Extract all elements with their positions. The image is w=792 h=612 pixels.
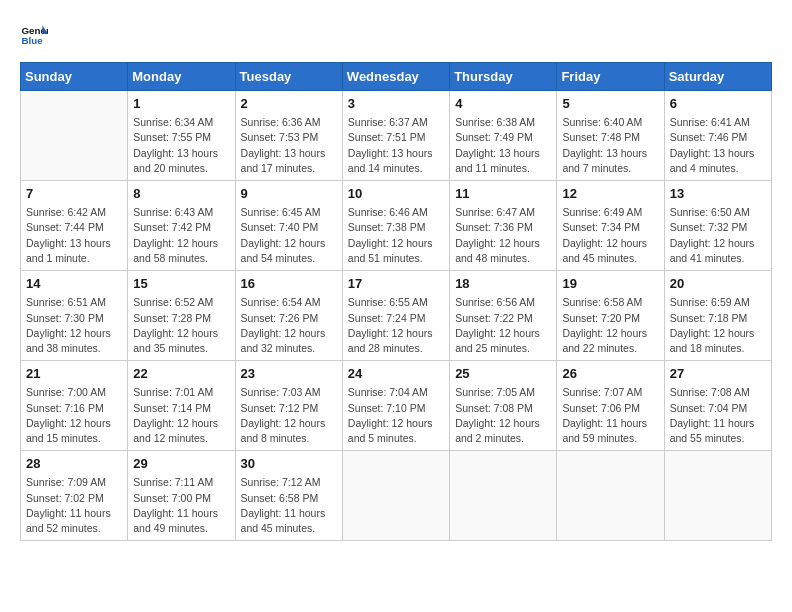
- calendar-cell: 24Sunrise: 7:04 AMSunset: 7:10 PMDayligh…: [342, 361, 449, 451]
- calendar-cell: [21, 91, 128, 181]
- calendar-header-row: SundayMondayTuesdayWednesdayThursdayFrid…: [21, 63, 772, 91]
- calendar-cell: 5Sunrise: 6:40 AMSunset: 7:48 PMDaylight…: [557, 91, 664, 181]
- day-info: Sunrise: 7:11 AMSunset: 7:00 PMDaylight:…: [133, 475, 229, 536]
- day-info: Sunrise: 6:41 AMSunset: 7:46 PMDaylight:…: [670, 115, 766, 176]
- calendar-cell: 7Sunrise: 6:42 AMSunset: 7:44 PMDaylight…: [21, 181, 128, 271]
- calendar-cell: 10Sunrise: 6:46 AMSunset: 7:38 PMDayligh…: [342, 181, 449, 271]
- calendar-cell: 13Sunrise: 6:50 AMSunset: 7:32 PMDayligh…: [664, 181, 771, 271]
- day-number: 19: [562, 275, 658, 293]
- day-number: 16: [241, 275, 337, 293]
- calendar-cell: 6Sunrise: 6:41 AMSunset: 7:46 PMDaylight…: [664, 91, 771, 181]
- calendar-cell: 29Sunrise: 7:11 AMSunset: 7:00 PMDayligh…: [128, 451, 235, 541]
- calendar-cell: 27Sunrise: 7:08 AMSunset: 7:04 PMDayligh…: [664, 361, 771, 451]
- day-info: Sunrise: 7:12 AMSunset: 6:58 PMDaylight:…: [241, 475, 337, 536]
- calendar-cell: 9Sunrise: 6:45 AMSunset: 7:40 PMDaylight…: [235, 181, 342, 271]
- day-number: 21: [26, 365, 122, 383]
- calendar-cell: 14Sunrise: 6:51 AMSunset: 7:30 PMDayligh…: [21, 271, 128, 361]
- header-saturday: Saturday: [664, 63, 771, 91]
- day-number: 12: [562, 185, 658, 203]
- calendar-cell: 8Sunrise: 6:43 AMSunset: 7:42 PMDaylight…: [128, 181, 235, 271]
- day-info: Sunrise: 6:47 AMSunset: 7:36 PMDaylight:…: [455, 205, 551, 266]
- calendar-cell: 28Sunrise: 7:09 AMSunset: 7:02 PMDayligh…: [21, 451, 128, 541]
- day-number: 7: [26, 185, 122, 203]
- calendar-cell: 1Sunrise: 6:34 AMSunset: 7:55 PMDaylight…: [128, 91, 235, 181]
- calendar-cell: 26Sunrise: 7:07 AMSunset: 7:06 PMDayligh…: [557, 361, 664, 451]
- day-number: 17: [348, 275, 444, 293]
- day-info: Sunrise: 6:37 AMSunset: 7:51 PMDaylight:…: [348, 115, 444, 176]
- header-monday: Monday: [128, 63, 235, 91]
- day-info: Sunrise: 7:03 AMSunset: 7:12 PMDaylight:…: [241, 385, 337, 446]
- day-info: Sunrise: 6:45 AMSunset: 7:40 PMDaylight:…: [241, 205, 337, 266]
- day-info: Sunrise: 6:43 AMSunset: 7:42 PMDaylight:…: [133, 205, 229, 266]
- day-number: 27: [670, 365, 766, 383]
- calendar-cell: 12Sunrise: 6:49 AMSunset: 7:34 PMDayligh…: [557, 181, 664, 271]
- calendar-cell: 18Sunrise: 6:56 AMSunset: 7:22 PMDayligh…: [450, 271, 557, 361]
- day-info: Sunrise: 6:54 AMSunset: 7:26 PMDaylight:…: [241, 295, 337, 356]
- day-number: 1: [133, 95, 229, 113]
- day-number: 28: [26, 455, 122, 473]
- day-number: 24: [348, 365, 444, 383]
- day-info: Sunrise: 6:36 AMSunset: 7:53 PMDaylight:…: [241, 115, 337, 176]
- calendar-cell: 20Sunrise: 6:59 AMSunset: 7:18 PMDayligh…: [664, 271, 771, 361]
- day-number: 3: [348, 95, 444, 113]
- day-info: Sunrise: 6:46 AMSunset: 7:38 PMDaylight:…: [348, 205, 444, 266]
- calendar-cell: 25Sunrise: 7:05 AMSunset: 7:08 PMDayligh…: [450, 361, 557, 451]
- day-info: Sunrise: 7:08 AMSunset: 7:04 PMDaylight:…: [670, 385, 766, 446]
- day-number: 29: [133, 455, 229, 473]
- day-number: 15: [133, 275, 229, 293]
- calendar-week-2: 7Sunrise: 6:42 AMSunset: 7:44 PMDaylight…: [21, 181, 772, 271]
- calendar-week-5: 28Sunrise: 7:09 AMSunset: 7:02 PMDayligh…: [21, 451, 772, 541]
- day-number: 9: [241, 185, 337, 203]
- calendar-cell: [450, 451, 557, 541]
- day-info: Sunrise: 7:07 AMSunset: 7:06 PMDaylight:…: [562, 385, 658, 446]
- day-number: 10: [348, 185, 444, 203]
- day-number: 20: [670, 275, 766, 293]
- calendar-cell: 22Sunrise: 7:01 AMSunset: 7:14 PMDayligh…: [128, 361, 235, 451]
- calendar-cell: 21Sunrise: 7:00 AMSunset: 7:16 PMDayligh…: [21, 361, 128, 451]
- day-number: 26: [562, 365, 658, 383]
- header-friday: Friday: [557, 63, 664, 91]
- day-number: 23: [241, 365, 337, 383]
- calendar-cell: 15Sunrise: 6:52 AMSunset: 7:28 PMDayligh…: [128, 271, 235, 361]
- header-thursday: Thursday: [450, 63, 557, 91]
- day-info: Sunrise: 7:01 AMSunset: 7:14 PMDaylight:…: [133, 385, 229, 446]
- calendar-cell: 16Sunrise: 6:54 AMSunset: 7:26 PMDayligh…: [235, 271, 342, 361]
- day-number: 30: [241, 455, 337, 473]
- day-number: 2: [241, 95, 337, 113]
- calendar-week-1: 1Sunrise: 6:34 AMSunset: 7:55 PMDaylight…: [21, 91, 772, 181]
- day-number: 5: [562, 95, 658, 113]
- calendar-week-4: 21Sunrise: 7:00 AMSunset: 7:16 PMDayligh…: [21, 361, 772, 451]
- day-number: 25: [455, 365, 551, 383]
- calendar-cell: 2Sunrise: 6:36 AMSunset: 7:53 PMDaylight…: [235, 91, 342, 181]
- calendar-cell: 19Sunrise: 6:58 AMSunset: 7:20 PMDayligh…: [557, 271, 664, 361]
- day-info: Sunrise: 6:59 AMSunset: 7:18 PMDaylight:…: [670, 295, 766, 356]
- calendar-cell: 11Sunrise: 6:47 AMSunset: 7:36 PMDayligh…: [450, 181, 557, 271]
- header-wednesday: Wednesday: [342, 63, 449, 91]
- day-info: Sunrise: 6:56 AMSunset: 7:22 PMDaylight:…: [455, 295, 551, 356]
- svg-text:Blue: Blue: [21, 35, 43, 46]
- calendar-cell: [342, 451, 449, 541]
- day-number: 4: [455, 95, 551, 113]
- day-info: Sunrise: 7:09 AMSunset: 7:02 PMDaylight:…: [26, 475, 122, 536]
- day-info: Sunrise: 6:38 AMSunset: 7:49 PMDaylight:…: [455, 115, 551, 176]
- header-tuesday: Tuesday: [235, 63, 342, 91]
- day-info: Sunrise: 6:42 AMSunset: 7:44 PMDaylight:…: [26, 205, 122, 266]
- day-info: Sunrise: 6:58 AMSunset: 7:20 PMDaylight:…: [562, 295, 658, 356]
- calendar-cell: [557, 451, 664, 541]
- day-number: 13: [670, 185, 766, 203]
- day-info: Sunrise: 7:00 AMSunset: 7:16 PMDaylight:…: [26, 385, 122, 446]
- day-info: Sunrise: 6:52 AMSunset: 7:28 PMDaylight:…: [133, 295, 229, 356]
- day-info: Sunrise: 6:49 AMSunset: 7:34 PMDaylight:…: [562, 205, 658, 266]
- day-info: Sunrise: 7:04 AMSunset: 7:10 PMDaylight:…: [348, 385, 444, 446]
- day-info: Sunrise: 6:50 AMSunset: 7:32 PMDaylight:…: [670, 205, 766, 266]
- calendar-cell: 23Sunrise: 7:03 AMSunset: 7:12 PMDayligh…: [235, 361, 342, 451]
- logo: General Blue: [20, 20, 52, 48]
- calendar-cell: [664, 451, 771, 541]
- day-number: 8: [133, 185, 229, 203]
- day-number: 18: [455, 275, 551, 293]
- day-info: Sunrise: 6:51 AMSunset: 7:30 PMDaylight:…: [26, 295, 122, 356]
- day-info: Sunrise: 7:05 AMSunset: 7:08 PMDaylight:…: [455, 385, 551, 446]
- calendar-cell: 4Sunrise: 6:38 AMSunset: 7:49 PMDaylight…: [450, 91, 557, 181]
- calendar-week-3: 14Sunrise: 6:51 AMSunset: 7:30 PMDayligh…: [21, 271, 772, 361]
- calendar-cell: 30Sunrise: 7:12 AMSunset: 6:58 PMDayligh…: [235, 451, 342, 541]
